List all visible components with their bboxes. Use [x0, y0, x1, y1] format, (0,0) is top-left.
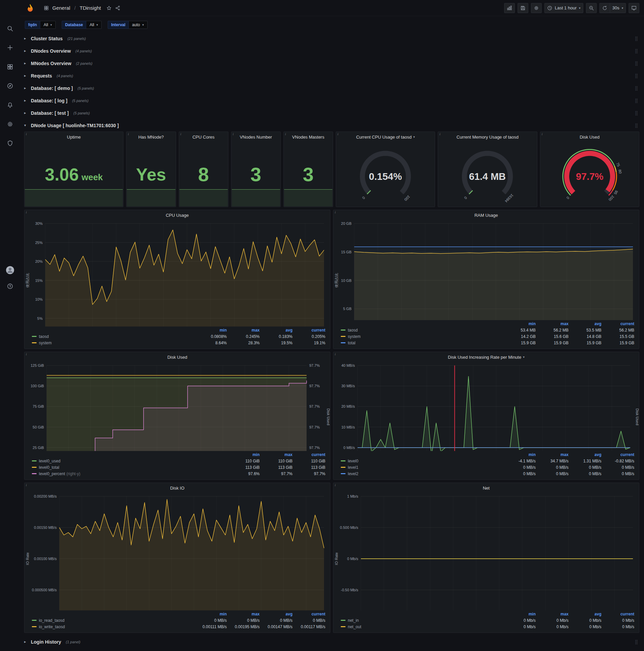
series-color-swatch[interactable] — [341, 342, 346, 343]
panel-title[interactable]: CPU Usage▾ — [25, 210, 330, 220]
series-name[interactable]: taosd — [39, 334, 49, 339]
series-name[interactable]: taosd — [348, 328, 358, 333]
legend-column-header[interactable]: avg — [569, 321, 602, 326]
variable-value-dropdown[interactable]: auto▾ — [129, 21, 148, 29]
series-name[interactable]: io_read_taosd — [39, 618, 64, 623]
legend-column-header[interactable]: max — [227, 612, 260, 616]
breadcrumb-dashboard-title[interactable]: TDinsight — [80, 5, 101, 11]
legend-column-header[interactable]: current — [292, 452, 325, 457]
chart-plot-area[interactable]: 0 GiB97.6%25 GiB97.7%50 GiB97.7%75 GiB97… — [25, 362, 330, 451]
legend-column-header[interactable]: min — [503, 321, 536, 326]
cycle-view-button[interactable] — [629, 3, 639, 13]
panel-info-icon[interactable]: i — [337, 132, 339, 136]
legend-column-header[interactable]: current — [602, 612, 634, 616]
series-color-swatch[interactable] — [341, 336, 346, 337]
legend-column-header[interactable]: max — [227, 328, 260, 333]
sidebar-item-dashboards[interactable] — [4, 62, 16, 72]
series-name[interactable]: level0_total — [39, 465, 59, 470]
chart-plot-area[interactable]: 0%5%10%15%20%25%30%01:0001:0501:1001:150… — [25, 220, 330, 327]
dashboard-row[interactable]: ▸Database: [ log ](5 panels)⣿ — [21, 94, 639, 107]
panel-info-icon[interactable]: i — [335, 483, 336, 487]
series-color-swatch[interactable] — [32, 626, 37, 627]
legend-column-header[interactable]: max — [536, 612, 569, 616]
variable-value-dropdown[interactable]: All▾ — [86, 21, 102, 29]
legend-column-header[interactable]: min — [194, 612, 227, 616]
sidebar-item-help[interactable] — [4, 281, 16, 291]
panel-info-icon[interactable]: i — [26, 483, 27, 487]
legend-column-header[interactable]: current — [602, 321, 634, 326]
legend-column-header[interactable]: min — [503, 452, 536, 457]
series-name[interactable]: level0 — [348, 459, 358, 463]
panel-info-icon[interactable]: i — [285, 132, 286, 136]
panel-title[interactable]: Disk IO▾ — [25, 483, 330, 493]
series-name[interactable]: total — [348, 341, 356, 345]
legend-column-header[interactable]: avg — [260, 328, 292, 333]
row-drag-handle[interactable]: ⣿ — [635, 73, 638, 78]
sidebar-item-create[interactable] — [4, 42, 16, 53]
row-drag-handle[interactable]: ⣿ — [635, 111, 638, 116]
series-color-swatch[interactable] — [32, 460, 37, 461]
add-panel-button[interactable] — [504, 3, 515, 13]
sidebar-item-search[interactable] — [4, 24, 16, 34]
panel-title[interactable]: Current CPU Usage of taosd▾ — [336, 132, 435, 142]
series-color-swatch[interactable] — [341, 626, 346, 627]
grafana-logo[interactable] — [20, 3, 40, 13]
row-drag-handle[interactable]: ⣿ — [635, 123, 638, 128]
panel-info-icon[interactable]: i — [233, 132, 234, 136]
refresh-button[interactable] — [600, 3, 610, 13]
series-color-swatch[interactable] — [341, 330, 346, 331]
legend-column-header[interactable]: min — [227, 452, 260, 457]
series-color-swatch[interactable] — [341, 620, 346, 621]
chart-plot-area[interactable]: -10 MB/s0 MB/s10 MB/s20 MB/s30 MB/s40 MB… — [333, 362, 639, 451]
panel-title[interactable]: Disk Used Increasing Rate per Minute▾ — [333, 352, 639, 362]
dashboard-row[interactable]: ▸MNodes Overview(2 panels)⣿ — [21, 57, 639, 69]
panel-title[interactable]: VNodes Number — [231, 132, 281, 142]
time-range-picker[interactable]: Last 1 hour ▾ — [544, 3, 583, 13]
legend-column-header[interactable]: current — [292, 328, 325, 333]
legend-column-header[interactable]: avg — [569, 452, 602, 457]
sidebar-item-explore[interactable] — [4, 81, 16, 91]
panel-info-icon[interactable]: i — [440, 132, 441, 136]
panel-title[interactable]: Current Memory Usage of taosd — [438, 132, 537, 142]
legend-column-header[interactable]: max — [260, 452, 292, 457]
series-color-swatch[interactable] — [341, 467, 346, 468]
refresh-interval-dropdown[interactable]: 30s ▾ — [610, 3, 626, 13]
panel-info-icon[interactable]: i — [335, 352, 336, 356]
breadcrumb-folder[interactable]: General — [52, 5, 70, 11]
variable-value-dropdown[interactable]: All▾ — [40, 21, 56, 29]
panel-info-icon[interactable]: i — [181, 132, 182, 136]
legend-column-header[interactable]: current — [292, 612, 325, 616]
series-color-swatch[interactable] — [32, 336, 37, 337]
row-drag-handle[interactable]: ⣿ — [635, 61, 638, 66]
series-color-swatch[interactable] — [341, 473, 346, 474]
panel-title[interactable]: Disk Used▾ — [25, 352, 330, 362]
dashboard-row[interactable]: ▸Database: [ demo ](5 panels)⣿ — [21, 82, 639, 94]
legend-column-header[interactable]: min — [503, 612, 536, 616]
panel-info-icon[interactable]: i — [26, 352, 27, 356]
dashboard-row[interactable]: ▸DNodes Overview(4 panels)⣿ — [21, 44, 639, 57]
sidebar-item-alerting[interactable] — [4, 100, 16, 110]
dashboard-row[interactable]: ▸Requests(4 panels)⣿ — [21, 69, 639, 82]
save-dashboard-button[interactable] — [518, 3, 528, 13]
panel-info-icon[interactable]: i — [128, 132, 129, 136]
panel-title[interactable]: CPU Cores — [179, 132, 228, 142]
legend-column-header[interactable]: max — [536, 452, 569, 457]
panel-title[interactable]: Disk Used — [540, 132, 639, 142]
legend-column-header[interactable]: avg — [260, 612, 292, 616]
row-drag-handle[interactable]: ⣿ — [635, 48, 638, 53]
row-drag-handle[interactable]: ⣿ — [635, 98, 638, 103]
panel-info-icon[interactable]: i — [335, 210, 336, 214]
panel-title[interactable]: Uptime — [25, 132, 123, 142]
panel-info-icon[interactable]: i — [26, 210, 27, 214]
series-color-swatch[interactable] — [32, 473, 37, 474]
legend-column-header[interactable]: avg — [569, 612, 602, 616]
chart-plot-area[interactable]: -1 Mb/s-0.50 Mb/s0 Mb/s0.500 Mb/s1 Mb/s0… — [333, 493, 639, 610]
panel-title[interactable]: RAM Usage▾ — [333, 210, 639, 220]
panel-title[interactable]: Has MNode? — [126, 132, 175, 142]
chart-plot-area[interactable]: 0 MB/s0.000500 MB/s0.00100 MB/s0.00150 M… — [25, 493, 330, 610]
series-name[interactable]: level0_percent — [39, 471, 65, 476]
share-icon[interactable] — [115, 5, 121, 11]
dashboard-settings-button[interactable] — [531, 3, 542, 13]
legend-column-header[interactable]: min — [194, 328, 227, 333]
legend-column-header[interactable]: max — [536, 321, 569, 326]
